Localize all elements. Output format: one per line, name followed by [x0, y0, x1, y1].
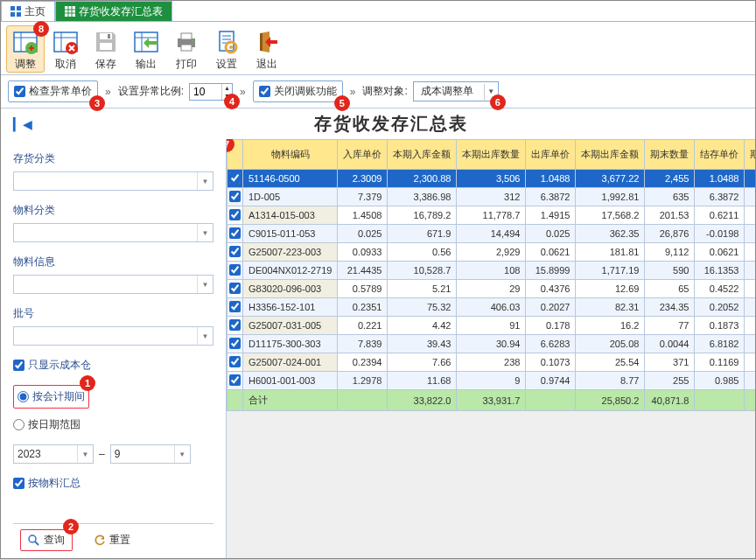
- col-header[interactable]: 期末数量: [645, 140, 695, 170]
- svg-point-26: [192, 40, 193, 42]
- row-checkbox[interactable]: [229, 283, 241, 294]
- row-checkbox-cell[interactable]: [228, 243, 243, 262]
- batch-label: 批号: [13, 303, 214, 321]
- table-row[interactable]: H3356-152-1010.235175.32406.030.202782.3…: [228, 298, 756, 317]
- by-mat-sum-checkbox[interactable]: [13, 478, 24, 489]
- year-combo[interactable]: 2023▼: [13, 444, 94, 464]
- by-period-radio[interactable]: 1 按会计期间: [13, 385, 89, 409]
- row-checkbox[interactable]: [229, 264, 241, 276]
- settings-label: 设置: [216, 57, 237, 72]
- row-checkbox-cell[interactable]: [228, 225, 243, 243]
- by-mat-sum[interactable]: 按物料汇总: [13, 472, 214, 498]
- batch-combo[interactable]: ▼: [13, 326, 214, 346]
- col-header[interactable]: 本期入库金额: [388, 140, 457, 170]
- only-cost-wh-label: 只显示成本仓: [28, 358, 91, 373]
- row-checkbox[interactable]: [229, 356, 241, 367]
- total-ck: [228, 390, 243, 411]
- check-abnormal-price[interactable]: 检查异常单价 3: [8, 80, 98, 102]
- chevron-down-icon[interactable]: ▼: [197, 224, 213, 241]
- row-checkbox[interactable]: [229, 227, 241, 239]
- col-header[interactable]: 入库单价: [338, 140, 388, 170]
- row-checkbox-cell[interactable]: [228, 170, 243, 188]
- table-row[interactable]: 51146-05002.30092,300.883,5061.04883,677…: [228, 170, 756, 188]
- by-period-input[interactable]: [18, 391, 29, 402]
- check-abnormal-checkbox[interactable]: [14, 86, 25, 97]
- table-row[interactable]: C9015-011-0530.025671.914,4940.025362.35…: [228, 225, 756, 243]
- close-reconcile-checkbox[interactable]: [259, 86, 270, 97]
- cell-value: 181.81: [576, 243, 645, 262]
- by-daterange-input[interactable]: [13, 419, 24, 430]
- only-cost-wh[interactable]: 只显示成本仓: [13, 354, 214, 380]
- row-checkbox-cell[interactable]: [228, 317, 243, 335]
- mat-info-combo[interactable]: ▼: [13, 275, 214, 294]
- row-checkbox[interactable]: [229, 172, 241, 184]
- row-checkbox-cell[interactable]: [228, 280, 243, 298]
- print-button[interactable]: 打印: [167, 25, 206, 73]
- chevron-down-icon[interactable]: ▼: [197, 327, 213, 345]
- row-checkbox[interactable]: [229, 338, 241, 349]
- save-button[interactable]: 保存: [87, 25, 125, 73]
- col-header[interactable]: 本期出库数量: [457, 140, 526, 170]
- chevron-down-icon[interactable]: ▼: [174, 445, 190, 463]
- row-checkbox-cell[interactable]: [228, 262, 243, 280]
- table-row[interactable]: 1D-0057.3793,386.983126.38721,992.816356…: [228, 188, 756, 206]
- row-checkbox-cell[interactable]: [228, 188, 243, 206]
- chevron-down-icon[interactable]: ▼: [197, 276, 213, 293]
- row-checkbox[interactable]: [229, 209, 241, 220]
- table-row[interactable]: G25007-031-0050.2214.42910.17816.2770.18…: [228, 317, 756, 335]
- only-cost-wh-checkbox[interactable]: [13, 360, 24, 371]
- row-checkbox-cell[interactable]: [228, 353, 243, 372]
- cell-code: G25007-031-005: [243, 317, 338, 335]
- chevron-down-icon[interactable]: ▼: [197, 172, 213, 190]
- cell-value: 10,528.7: [388, 262, 457, 280]
- row-checkbox-cell[interactable]: [228, 298, 243, 317]
- cell-value: 0.2351: [338, 298, 388, 317]
- table-zone[interactable]: 7 物料编码入库单价本期入库金额本期出库数量出库单价本期出库金额期末数量结存单价…: [227, 139, 755, 559]
- cell-value: 9: [457, 372, 526, 390]
- adjust-target-select[interactable]: 成本调整单 ▼ 6: [413, 81, 499, 101]
- ratio-input[interactable]: [190, 84, 221, 100]
- mat-cat-combo[interactable]: ▼: [13, 223, 214, 242]
- settings-button[interactable]: 设置: [207, 25, 246, 73]
- table-row[interactable]: DE004NX012-271921.443510,528.710815.8999…: [228, 262, 756, 280]
- row-checkbox-cell[interactable]: [228, 206, 243, 225]
- table-row[interactable]: D11175-300-3037.83939.4330.946.6283205.0…: [228, 335, 756, 353]
- svg-point-32: [229, 45, 233, 49]
- goto-first-icon[interactable]: ▎◀: [10, 115, 36, 133]
- export-button[interactable]: 输出: [127, 25, 165, 73]
- row-checkbox[interactable]: [229, 191, 241, 202]
- chevron-down-icon[interactable]: ▼: [77, 445, 93, 463]
- row-checkbox[interactable]: [229, 301, 241, 312]
- table-row[interactable]: G25007-223-0030.09330.562,9290.0621181.8…: [228, 243, 756, 262]
- col-header[interactable]: 结存单价: [695, 140, 745, 170]
- adjust-button[interactable]: 8 调整: [6, 25, 45, 73]
- query-button[interactable]: 2 查询: [20, 529, 73, 551]
- tab-grid-icon: [10, 6, 21, 17]
- cancel-button[interactable]: 取消: [46, 25, 85, 73]
- tab-report[interactable]: 存货收发存汇总表: [55, 1, 172, 21]
- col-header[interactable]: 本期出库金额: [576, 140, 645, 170]
- table-row[interactable]: G25007-024-0010.23947.662380.107325.5437…: [228, 353, 756, 372]
- col-header[interactable]: 物料编码: [243, 140, 338, 170]
- close-reconcile[interactable]: 关闭调账功能 5: [253, 80, 343, 102]
- cell-code: DE004NX012-2719: [243, 262, 338, 280]
- col-header[interactable]: 期末金额: [745, 140, 755, 170]
- table-row[interactable]: H6001-001-0031.297811.6890.97448.772550.…: [228, 372, 756, 390]
- spin-up-icon[interactable]: ▲: [221, 84, 232, 92]
- table-row[interactable]: G83020-096-0030.57895.21290.437612.69650…: [228, 280, 756, 298]
- row-checkbox[interactable]: [229, 374, 241, 386]
- row-checkbox-cell[interactable]: [228, 372, 243, 390]
- row-checkbox-cell[interactable]: [228, 335, 243, 353]
- reset-button[interactable]: 重置: [88, 529, 136, 551]
- table-row[interactable]: A1314-015-0031.450816,789.211,778.71.491…: [228, 206, 756, 225]
- cell-value: 0.1873: [695, 317, 745, 335]
- by-daterange-radio[interactable]: 按日期范围: [13, 414, 214, 436]
- inv-cat-combo[interactable]: ▼: [13, 171, 214, 191]
- row-checkbox[interactable]: [229, 319, 241, 331]
- row-checkbox[interactable]: [229, 246, 241, 257]
- ratio-spinner[interactable]: ▲▼ 4: [189, 83, 233, 101]
- month-combo[interactable]: 9▼: [110, 444, 191, 464]
- exit-button[interactable]: 退出: [248, 25, 286, 73]
- col-header[interactable]: 出库单价: [526, 140, 576, 170]
- tab-main[interactable]: 主页: [1, 1, 55, 21]
